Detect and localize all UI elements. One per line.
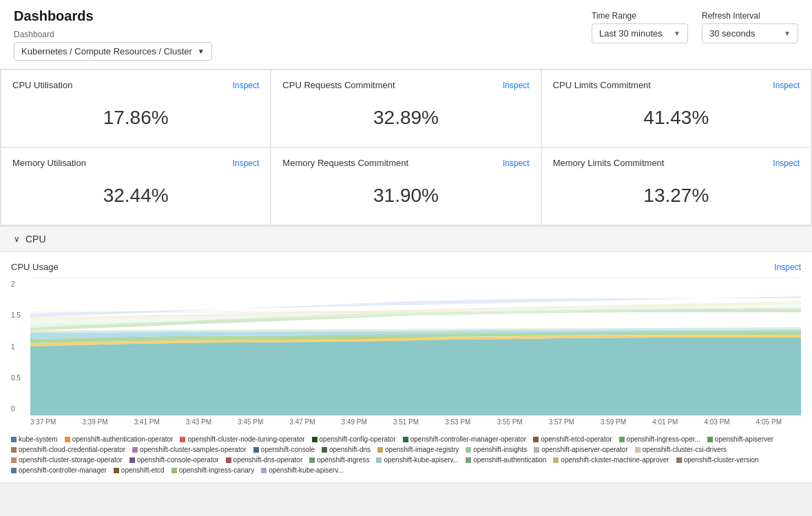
y-label-0: 0 [11, 405, 21, 413]
x-label: 3:41 PM [134, 418, 160, 426]
dashboard-value: Kubernetes / Compute Resources / Cluster [21, 46, 192, 56]
dashboard-select[interactable]: Kubernetes / Compute Resources / Cluster… [14, 42, 212, 61]
legend-color-dot [65, 437, 70, 442]
chevron-down-icon: ▼ [674, 30, 680, 37]
legend-color-dot [376, 457, 382, 463]
dashboard-label: Dashboard [14, 30, 212, 39]
metric-value: 41.43% [553, 101, 800, 137]
metric-card-0: CPU Utilisation Inspect 17.86% [1, 70, 271, 147]
legend-color-dot [619, 437, 625, 442]
legend-color-dot [114, 468, 119, 473]
time-range-control: Time Range Last 30 minutes ▼ [592, 11, 688, 43]
x-label: 3:51 PM [393, 418, 419, 426]
legend-color-dot [226, 457, 231, 463]
legend-color-dot [312, 437, 317, 442]
legend-item: openshift-ingress-canary [171, 466, 255, 474]
inspect-link[interactable]: Inspect [233, 81, 260, 90]
metric-value: 32.44% [12, 179, 259, 215]
metric-card-2: CPU Limits Commitment Inspect 41.43% [541, 70, 811, 147]
legend-color-dot [261, 468, 267, 473]
legend-color-dot [253, 447, 259, 453]
legend-label: openshift-ingress [317, 456, 369, 464]
metric-card-header: Memory Utilisation Inspect [12, 158, 259, 168]
metric-title: Memory Limits Commitment [553, 158, 665, 168]
x-axis: 3:37 PM 3:39 PM 3:41 PM 3:43 PM 3:45 PM … [0, 415, 812, 430]
metrics-grid: CPU Utilisation Inspect 17.86% CPU Reque… [0, 70, 812, 226]
y-label-1: 1 [11, 343, 21, 351]
inspect-link[interactable]: Inspect [773, 158, 800, 168]
inspect-link[interactable]: Inspect [773, 81, 800, 90]
legend-label: openshift-apiserver [715, 435, 773, 443]
legend-item: openshift-insights [466, 446, 527, 453]
legend-label: kube-system [19, 435, 58, 443]
metric-value: 13.27% [553, 179, 800, 215]
inspect-link[interactable]: Inspect [233, 158, 260, 168]
legend-label: openshift-console-operator [137, 456, 219, 464]
legend-label: openshift-dns [329, 446, 371, 453]
x-label: 4:01 PM [652, 418, 678, 426]
legend-label: openshift-ingress-canary [179, 466, 255, 474]
legend-color-dot [11, 447, 17, 453]
header-left: Dashboards Dashboard Kubernetes / Comput… [14, 8, 212, 61]
legend-color-dot [129, 457, 135, 463]
legend-color-dot [377, 447, 383, 453]
x-label: 3:43 PM [186, 418, 211, 426]
legend-color-dot [466, 447, 471, 453]
legend-label: openshift-controller-manager [19, 466, 107, 474]
x-label: 3:47 PM [289, 418, 315, 426]
legend-item: openshift-authentication [466, 456, 546, 464]
legend-label: openshift-cluster-node-tuning-operator [187, 435, 304, 443]
metric-value: 17.86% [12, 101, 259, 137]
legend-item: openshift-image-registry [377, 446, 459, 453]
legend-item: openshift-ingress-oper... [619, 435, 700, 443]
legend-color-dot [553, 457, 559, 463]
x-label: 3:45 PM [238, 418, 263, 426]
metric-card-header: CPU Utilisation Inspect [12, 80, 259, 90]
legend-item: openshift-cluster-storage-operator [11, 456, 123, 464]
legend-item: openshift-cluster-csi-drivers [635, 446, 727, 453]
refresh-interval-select[interactable]: 30 seconds ▼ [702, 23, 798, 43]
legend-item: openshift-apiserver-operator [534, 446, 628, 453]
metric-card-5: Memory Limits Commitment Inspect 13.27% [541, 147, 811, 225]
legend-label: openshift-cluster-samples-operator [140, 446, 247, 453]
legend-color-dot [534, 447, 539, 453]
metric-title: CPU Limits Commitment [553, 80, 651, 90]
legend-item: openshift-cluster-machine-approver [553, 456, 669, 464]
legend-item: openshift-cluster-node-tuning-operator [180, 435, 304, 443]
legend-item: openshift-console-operator [129, 456, 219, 464]
legend-label: openshift-ingress-oper... [627, 435, 700, 443]
legend-item: openshift-config-operator [312, 435, 396, 443]
legend-label: openshift-dns-operator [233, 456, 303, 464]
cpu-section-header: ∨ CPU [0, 226, 812, 252]
legend-color-dot [466, 457, 471, 463]
metric-title: CPU Utilisation [12, 80, 72, 90]
refresh-interval-label: Refresh Interval [702, 11, 798, 21]
cpu-usage-chart: CPU Usage Inspect 2 1.5 1 0.5 0 [0, 252, 812, 483]
legend-item: openshift-kube-apiserv... [376, 456, 459, 464]
header-right: Time Range Last 30 minutes ▼ Refresh Int… [592, 8, 798, 43]
inspect-link[interactable]: Inspect [503, 158, 530, 168]
time-range-select[interactable]: Last 30 minutes ▼ [592, 23, 688, 43]
chevron-down-icon: ▼ [198, 48, 205, 55]
legend-label: openshift-etcd [121, 466, 165, 474]
x-label: 3:37 PM [30, 418, 56, 426]
legend-label: openshift-config-operator [320, 435, 396, 443]
y-label-1-5: 1.5 [11, 311, 21, 319]
metric-title: Memory Requests Commitment [282, 158, 408, 168]
metric-card-3: Memory Utilisation Inspect 32.44% [1, 147, 271, 225]
collapse-icon[interactable]: ∨ [14, 234, 20, 244]
inspect-link[interactable]: Inspect [503, 81, 530, 90]
legend-item: openshift-kube-apiserv... [261, 466, 344, 474]
legend-color-dot [322, 447, 327, 453]
x-label: 4:05 PM [756, 418, 782, 426]
metric-title: Memory Utilisation [12, 158, 86, 168]
time-range-label: Time Range [592, 11, 688, 21]
x-label: 3:55 PM [497, 418, 522, 426]
legend-color-dot [171, 468, 177, 473]
legend-color-dot [635, 447, 641, 453]
legend-color-dot [707, 437, 713, 442]
cpu-chart-inspect-link[interactable]: Inspect [774, 262, 801, 272]
legend-label: openshift-controller-manager-operator [410, 435, 526, 443]
legend-label: openshift-authentication-operator [72, 435, 174, 443]
legend-label: openshift-cluster-storage-operator [19, 456, 123, 464]
